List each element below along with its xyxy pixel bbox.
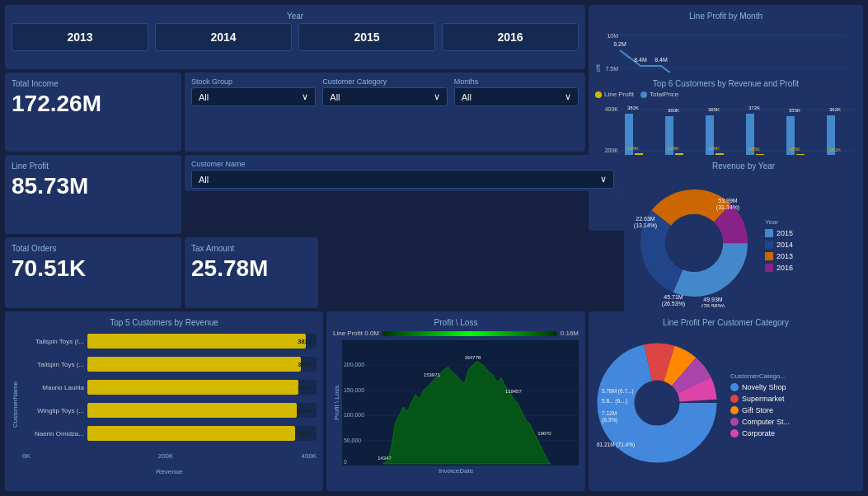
customer-category-filter: Customer Category All∨ (322, 77, 447, 106)
bar-label-4: Wingtip Toys (... (22, 407, 84, 414)
year-filter-title: Year (12, 12, 579, 21)
mid-row3: Customer Name All∨ (185, 155, 621, 234)
svg-text:53.99M: 53.99M (718, 198, 738, 204)
bar-val-3: 369K (298, 384, 313, 391)
profit-loss-y-label: Profit \ Loss (333, 340, 340, 466)
svg-text:(13.14%): (13.14%) (634, 222, 657, 229)
svg-text:153971: 153971 (424, 372, 440, 377)
stock-group-filter: Stock Group All∨ (191, 77, 316, 106)
months-label: Months (454, 77, 579, 86)
x-tick-0k: 0K (22, 452, 30, 460)
top5-x-axis: 0K 200K 400K (22, 452, 317, 460)
category-chart-area: 61.21M (71.4%) 5.78M (6.7...) 5.8... (6.… (595, 330, 856, 480)
category-pie-svg: 61.21M (71.4%) 5.78M (6.7...) 5.8... (6.… (595, 339, 727, 467)
svg-text:164778: 164778 (464, 355, 481, 360)
bar-val-4: 365K (298, 407, 313, 414)
line-profit-category-title: Line Profit Per Customer Category (595, 318, 856, 327)
svg-text:189K: 189K (708, 146, 720, 151)
svg-text:100,000: 100,000 (344, 412, 364, 418)
year-btn-2015[interactable]: 2015 (298, 23, 435, 51)
total-orders-value: 70.51K (12, 255, 175, 282)
profit-loss-inner: 200,000 150,000 100,000 50,000 0 14347 1… (342, 340, 579, 466)
year-filter-card: Year 2013 2014 2015 2016 (5, 5, 585, 69)
revenue-by-year-card: Revenue by Year (624, 155, 863, 316)
legend-color-2014 (765, 241, 773, 249)
year-btn-2013[interactable]: 2013 (12, 23, 148, 51)
legend-dot-profit (595, 91, 602, 98)
total-income-card: Total Income 172.26M (5, 73, 181, 152)
profit-loss-title: Profit \ Loss (333, 318, 579, 327)
bar-label-3: Mauno Laurila (22, 384, 84, 391)
bar-fill-3 (87, 380, 298, 395)
svg-text:362K: 362K (829, 107, 841, 112)
donut-svg: 22.63M (13.14%) 45.71M (26.53%) 53.99M (… (631, 180, 758, 307)
x-tick-400k: 400K (301, 452, 317, 460)
legend-2014: 2014 (765, 241, 793, 249)
top6-customers-title: Top 6 Customers by Revenue and Profit (595, 79, 856, 88)
category-pie-wrap: 61.21M (71.4%) 5.78M (6.7...) 5.8... (6.… (595, 339, 727, 470)
svg-text:19670: 19670 (537, 430, 551, 435)
legend-color-2013 (765, 252, 773, 260)
svg-text:185K: 185K (748, 147, 760, 152)
svg-text:5.8... (6....): 5.8... (6....) (602, 398, 627, 405)
svg-text:5.78M (6.7...): 5.78M (6.7...) (602, 388, 634, 395)
year-btn-2014[interactable]: 2014 (155, 23, 292, 51)
svg-text:8.4M: 8.4M (634, 57, 647, 63)
svg-text:150,000: 150,000 (344, 387, 364, 393)
tax-amount-value: 25.78M (191, 255, 312, 282)
legend-label-2016: 2016 (777, 264, 793, 272)
bar-track-5: 362K (87, 426, 317, 441)
top5-bar-row-1: Tailspin Toys (I... 382K (22, 334, 317, 349)
stock-group-select[interactable]: All∨ (191, 87, 316, 106)
legend-computer: Computer St... (730, 418, 856, 426)
top5-bar-row-4: Wingtip Toys (... 365K (22, 403, 317, 418)
months-select[interactable]: All∨ (454, 87, 579, 106)
donut-inner (665, 214, 723, 272)
donut-legend: Year 2015 2014 2013 201 (765, 218, 793, 272)
donut-legend-title: Year (765, 218, 793, 226)
customer-category-label: Customer Category (322, 77, 447, 86)
svg-text:400K: 400K (605, 106, 619, 112)
svg-text:355K: 355K (789, 108, 800, 113)
legend-novelty-dot (730, 383, 739, 391)
legend-total-price: TotalPrice (640, 91, 678, 98)
svg-text:182K: 182K (829, 147, 841, 152)
profit-gradient-indicator: Line Profit 0.0M 0.16M (333, 330, 579, 337)
top5-bars: Tailspin Toys (I... 382K Tailspin Toys (… (22, 330, 317, 480)
profit-loss-x-label: InvoiceDate (333, 467, 579, 475)
svg-text:10M: 10M (607, 33, 618, 39)
top5-bar-row-3: Mauno Laurila 369K (22, 380, 317, 395)
legend-label-2015: 2015 (777, 229, 793, 237)
svg-text:50,000: 50,000 (344, 438, 361, 443)
top5-bar-row-5: Naerin Omidza... 362K (22, 426, 317, 441)
x-tick-200k: 200K (158, 452, 174, 460)
total-orders-label: Total Orders (12, 244, 175, 253)
svg-text:61.21M (71.4%): 61.21M (71.4%) (597, 442, 635, 448)
profit-loss-svg: 200,000 150,000 100,000 50,000 0 14347 1… (342, 340, 579, 466)
svg-text:7.5M: 7.5M (605, 66, 618, 72)
customer-category-select[interactable]: All∨ (322, 87, 447, 106)
legend-label-profit: Line Profit (604, 91, 634, 98)
line-profit-category-card: Line Profit Per Customer Category (589, 311, 863, 491)
svg-text:200K: 200K (605, 147, 619, 153)
year-btn-2016[interactable]: 2016 (442, 23, 579, 51)
profit-loss-chart-area: Profit \ Loss 200,000 150,000 100,000 (333, 340, 579, 466)
stock-group-label: Stock Group (191, 77, 316, 86)
bar-track-4: 365K (87, 403, 317, 418)
legend-supermarket: Supermarket (730, 395, 856, 403)
bar-fill-1 (87, 334, 306, 349)
svg-text:(8.3%): (8.3%) (602, 417, 617, 423)
line-profit-kpi-value: 85.73M (12, 173, 175, 199)
legend-label-2014: 2014 (777, 241, 793, 249)
legend-computer-dot (730, 418, 739, 426)
legend-color-2015 (765, 229, 773, 237)
line-profit-kpi-label: Line Profit (12, 161, 175, 171)
legend-dot-revenue (640, 91, 647, 98)
customer-name-select[interactable]: All∨ (191, 170, 614, 189)
legend-color-2016 (765, 264, 773, 272)
donut-chart-wrap: 22.63M (13.14%) 45.71M (26.53%) 53.99M (… (631, 180, 758, 311)
legend-2016: 2016 (765, 264, 793, 272)
line-profit-kpi-card: Line Profit 85.73M (5, 155, 181, 234)
customer-name-filter-card: Customer Name All∨ (185, 155, 621, 191)
customer-name-filter-label: Customer Name (191, 160, 614, 168)
